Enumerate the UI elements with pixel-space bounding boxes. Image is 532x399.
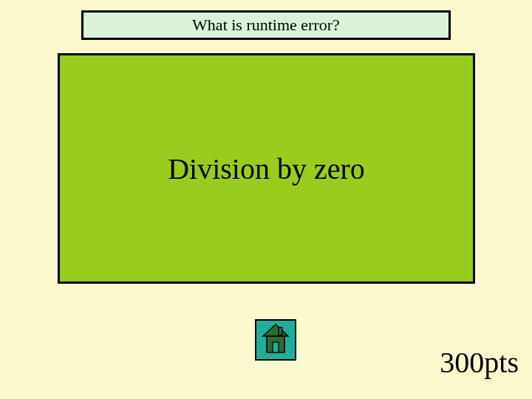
answer-text: Division by zero — [168, 151, 365, 186]
svg-rect-2 — [273, 342, 279, 352]
answer-box: Division by zero — [58, 53, 475, 284]
svg-marker-0 — [263, 324, 288, 336]
home-icon — [261, 323, 290, 357]
points-label: 300pts — [440, 345, 519, 380]
home-button[interactable] — [255, 319, 296, 361]
question-box: What is runtime error? — [81, 10, 451, 40]
question-text: What is runtime error? — [192, 16, 340, 35]
svg-rect-3 — [279, 327, 282, 335]
